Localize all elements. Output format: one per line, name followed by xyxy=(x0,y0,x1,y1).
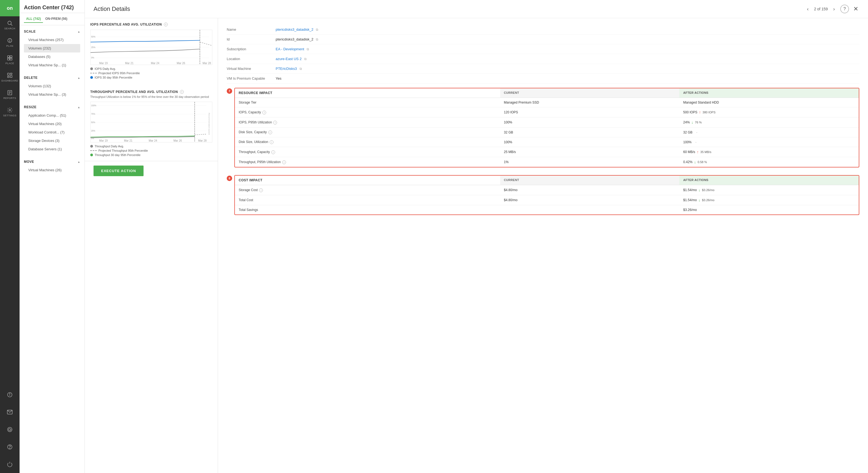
scale-virtual-machines[interactable]: Virtual Machines (257) xyxy=(24,36,80,44)
sidebar-item-search[interactable]: SEARCH xyxy=(0,16,20,34)
tab-on-prem[interactable]: ON-PREM (56) xyxy=(43,15,69,23)
subscription-link[interactable]: EA - Development xyxy=(276,47,304,51)
move-virtual-machines[interactable]: Virtual Machines (26) xyxy=(24,166,80,174)
svg-point-17 xyxy=(9,109,10,111)
delete-vm-sp[interactable]: Virtual Machine Sp... (3) xyxy=(24,90,80,99)
scale-volumes[interactable]: Volumes (232) xyxy=(24,44,80,53)
svg-rect-6 xyxy=(10,56,12,58)
resize-app-comp[interactable]: Application Comp... (51) xyxy=(24,111,80,120)
location-link[interactable]: azure-East US 2 xyxy=(276,57,302,61)
iops-chart-title: IOPS PERCENTILE AND AVG. UTILIZATION i xyxy=(90,23,212,26)
cost-row-storage: Storage Cost i $4.80/mo $1.54/mo ↓ $3.26… xyxy=(235,185,859,195)
delete-section-header[interactable]: DELETE ▲ xyxy=(24,74,80,82)
vm-link[interactable]: PTEricDisks3 xyxy=(276,67,297,71)
properties-section: Name ptericdisks3_datadisk_2 ⧉ Id pteric… xyxy=(227,25,859,84)
iops-chart-section: IOPS PERCENTILE AND AVG. UTILIZATION i xyxy=(85,18,218,84)
resource-impact-title: RESOURCE IMPACT xyxy=(235,88,500,98)
nav-count: 2 of 159 xyxy=(814,7,828,11)
iops-cap-info[interactable]: i xyxy=(262,111,266,115)
svg-text:25%: 25% xyxy=(91,46,95,49)
scale-vm-sp[interactable]: Virtual Machine Sp... (1) xyxy=(24,61,80,69)
tp-p95-info[interactable]: i xyxy=(282,160,286,164)
info-icon xyxy=(7,392,13,398)
delete-volumes[interactable]: Volumes (132) xyxy=(24,82,80,90)
action-details-header: Action Details ‹ 2 of 159 › ? ✕ xyxy=(85,0,868,18)
place-label: PLACE xyxy=(5,62,14,65)
sidebar-item-google[interactable] xyxy=(0,421,20,438)
resource-impact-table: RESOURCE IMPACT CURRENT AFTER ACTIONS St… xyxy=(234,88,859,172)
iops-p95-info[interactable]: i xyxy=(273,121,277,125)
throughput-legend-projected: Projected Throughput 95th Percentile xyxy=(90,149,212,152)
settings-icon xyxy=(7,107,13,113)
scale-databases[interactable]: Databases (5) xyxy=(24,53,80,61)
sidebar-header: Action Center (742) xyxy=(20,0,85,13)
subscription-copy-icon[interactable]: ⧉ xyxy=(307,47,309,51)
throughput-info-icon[interactable]: i xyxy=(180,90,184,94)
iops-info-icon[interactable]: i xyxy=(164,23,168,26)
sidebar-item-reports[interactable]: REPORTS xyxy=(0,86,20,103)
resize-workload-ctrl[interactable]: Workload Controll... (7) xyxy=(24,128,80,136)
name-link[interactable]: ptericdisks3_datadisk_2 xyxy=(276,27,313,32)
delete-section: DELETE ▲ Volumes (132) Virtual Machine S… xyxy=(20,71,85,101)
storage-cost-info[interactable]: i xyxy=(259,188,263,192)
resource-impact-section: RESOURCE IMPACT CURRENT AFTER ACTIONS St… xyxy=(234,88,859,167)
close-button[interactable]: ✕ xyxy=(852,4,859,13)
location-copy-icon[interactable]: ⧉ xyxy=(304,57,307,61)
resource-impact-header: RESOURCE IMPACT CURRENT AFTER ACTIONS xyxy=(235,88,859,98)
svg-point-24 xyxy=(9,448,10,448)
nav-next-button[interactable]: › xyxy=(831,5,837,13)
sidebar-item-plan[interactable]: PLAN xyxy=(0,34,20,51)
sidebar-item-mail[interactable] xyxy=(0,403,20,421)
svg-rect-5 xyxy=(8,56,9,58)
id-copy-icon[interactable]: ⧉ xyxy=(316,37,318,41)
cost-impact-badge-row: 8 COST IMPACT CURRENT AFTER ACTIONS Stor… xyxy=(227,175,859,219)
iops-cap-arrow: ↑ xyxy=(699,110,701,115)
scale-section-header[interactable]: SCALE ▲ xyxy=(24,27,80,36)
iops-legend-projected: Projected IOPS 95th Percentile xyxy=(90,71,212,75)
tab-all[interactable]: ALL (742) xyxy=(24,15,43,23)
throughput-legend-daily: Throughput Daily Avg. xyxy=(90,145,212,148)
sidebar-item-place[interactable]: PLACE xyxy=(0,51,20,68)
throughput-chart-section: THROUGHPUT PERCENTILE AND AVG. UTILIZATI… xyxy=(85,86,218,161)
move-chevron: ▲ xyxy=(78,160,80,163)
sidebar-item-help[interactable] xyxy=(0,438,20,455)
vm-copy-icon[interactable]: ⧉ xyxy=(300,67,302,71)
sidebar-item-power[interactable] xyxy=(0,455,20,473)
move-section-header[interactable]: MOVE ▲ xyxy=(24,158,80,166)
cost-after-header: AFTER ACTIONS xyxy=(679,176,859,185)
delete-title: DELETE xyxy=(24,76,37,80)
resize-storage-devices[interactable]: Storage Devices (3) xyxy=(24,136,80,145)
cost-impact-title: COST IMPACT xyxy=(235,176,500,185)
sidebar-item-settings[interactable]: SETTINGS xyxy=(0,103,20,121)
sidebar-item-dashboard[interactable]: DASHBOARD xyxy=(0,68,20,86)
iops-p95-arrow: ↓ xyxy=(691,120,693,125)
name-copy-icon[interactable]: ⧉ xyxy=(316,28,318,32)
prop-subscription: Subscription EA - Development ⧉ xyxy=(227,44,859,54)
svg-text:100%: 100% xyxy=(91,104,96,107)
throughput-legend-30day: Throughput 30 day 95th Percentile xyxy=(90,153,212,157)
scale-section: SCALE ▲ Virtual Machines (257) Volumes (… xyxy=(20,25,85,71)
execute-button[interactable]: EXECUTE ACTION xyxy=(94,165,144,176)
nav-prev-button[interactable]: ‹ xyxy=(805,5,811,13)
dashboard-icon xyxy=(7,72,13,78)
resize-section-header[interactable]: RESIZE ▲ xyxy=(24,103,80,111)
svg-rect-11 xyxy=(8,76,9,78)
resource-row-storage-tier: Storage Tier Managed Premium SSD Managed… xyxy=(235,98,859,107)
svg-text:75%: 75% xyxy=(91,113,95,116)
disk-util-info[interactable]: i xyxy=(270,140,274,144)
disk-cap-info[interactable]: i xyxy=(268,130,272,134)
move-section: MOVE ▲ Virtual Machines (26) xyxy=(20,156,85,177)
cost-impact-section: COST IMPACT CURRENT AFTER ACTIONS Storag… xyxy=(234,175,859,215)
resource-row-tp-cap: Throughput, Capacity i 25 MB/s 60 MB/s ↑… xyxy=(235,147,859,157)
help-button[interactable]: ? xyxy=(840,5,849,13)
resize-section: RESIZE ▲ Application Comp... (51) Virtua… xyxy=(20,101,85,156)
tp-cap-info[interactable]: i xyxy=(271,150,275,154)
sidebar-item-info[interactable] xyxy=(0,386,20,403)
iops-legend: IOPS Daily Avg. Projected IOPS 95th Perc… xyxy=(90,67,212,79)
mail-icon xyxy=(7,409,13,415)
app-logo[interactable]: on xyxy=(0,0,20,16)
prop-vm: Virtual Machine PTEricDisks3 ⧉ xyxy=(227,64,859,74)
resize-db-servers[interactable]: Database Servers (1) xyxy=(24,145,80,153)
prop-location: Location azure-East US 2 ⧉ xyxy=(227,54,859,64)
resize-virtual-machines[interactable]: Virtual Machines (20) xyxy=(24,120,80,128)
